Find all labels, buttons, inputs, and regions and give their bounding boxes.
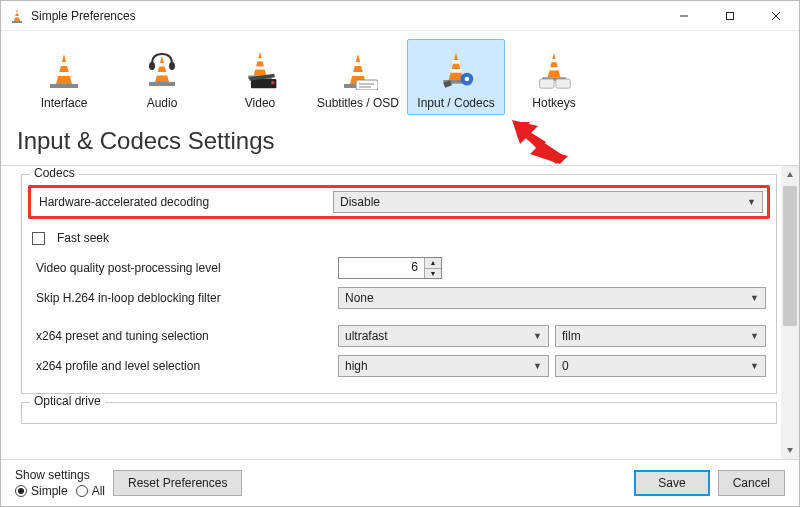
svg-point-24 [271,81,275,85]
svg-rect-3 [12,21,22,23]
x264-tune-value: film [562,329,750,343]
close-button[interactable] [753,1,799,30]
x264-profile-value: high [345,359,533,373]
postprocess-label: Video quality post-processing level [32,261,332,275]
x264-preset-label: x264 preset and tuning selection [32,329,332,343]
svg-rect-11 [50,84,78,88]
x264-preset-row: x264 preset and tuning selection ultrafa… [32,323,766,349]
svg-rect-20 [255,66,266,69]
category-input-codecs[interactable]: Input / Codecs [407,39,505,115]
radio-dot-icon [76,485,88,497]
skip-loop-select[interactable]: None ▼ [338,287,766,309]
cone-subtitles-icon [334,46,382,90]
svg-point-17 [169,62,175,70]
reset-preferences-label: Reset Preferences [128,476,227,490]
category-hotkeys[interactable]: Hotkeys [505,39,603,115]
svg-marker-18 [254,52,267,76]
svg-marker-0 [14,9,20,21]
fast-seek-checkbox[interactable] [32,232,45,245]
vertical-scrollbar[interactable] [781,166,799,459]
fast-seek-row: Fast seek [32,225,766,251]
svg-rect-13 [158,63,166,67]
x264-preset-value: ultrafast [345,329,533,343]
x264-level-value: 0 [562,359,750,373]
reset-preferences-button[interactable]: Reset Preferences [113,470,242,496]
svg-rect-33 [452,60,459,64]
hw-decoding-row: Hardware-accelerated decoding Disable ▼ [28,185,770,219]
settings-scroll-area: Codecs Hardware-accelerated decoding Dis… [1,165,799,460]
svg-rect-5 [727,12,734,19]
chevron-down-icon: ▼ [533,361,542,371]
window-buttons [661,1,799,30]
radio-dot-icon [15,485,27,497]
svg-rect-34 [451,69,462,73]
chevron-down-icon: ▼ [747,197,756,207]
footer: Show settings Simple All Reset Preferenc… [1,460,799,506]
hw-decoding-select[interactable]: Disable ▼ [333,191,763,213]
chevron-down-icon: ▼ [533,331,542,341]
skip-loop-label: Skip H.264 in-loop deblocking filter [32,291,332,305]
svg-rect-41 [549,67,560,70]
x264-preset-select[interactable]: ultrafast ▼ [338,325,549,347]
hw-decoding-value: Disable [340,195,747,209]
svg-rect-43 [539,79,554,88]
page-title: Input & Codecs Settings [1,127,799,165]
cancel-button[interactable]: Cancel [718,470,785,496]
category-label: Hotkeys [532,96,575,110]
svg-marker-48 [787,172,793,177]
optical-drive-groupbox: Optical drive [21,402,777,424]
fast-seek-label: Fast seek [57,231,109,245]
cone-hotkeys-icon [530,46,578,90]
postprocess-spinner[interactable]: 6 ▲▼ [338,257,442,279]
svg-marker-39 [548,53,561,78]
chevron-down-icon: ▼ [750,293,759,303]
save-label: Save [658,476,685,490]
x264-tune-select[interactable]: film ▼ [555,325,766,347]
radio-all-label: All [92,484,105,498]
cone-icon [40,46,88,90]
hw-decoding-label: Hardware-accelerated decoding [35,195,333,209]
group-title: Codecs [30,166,79,180]
category-interface[interactable]: Interface [15,39,113,115]
spin-up-icon[interactable]: ▲ [425,258,441,269]
svg-marker-8 [56,54,72,84]
cone-codecs-icon [432,46,480,90]
svg-rect-27 [352,72,364,76]
scroll-down-icon[interactable] [781,441,799,459]
cone-clapper-icon [236,46,284,90]
svg-rect-40 [550,59,557,62]
skip-loop-value: None [345,291,750,305]
x264-level-select[interactable]: 0 ▼ [555,355,766,377]
radio-simple[interactable]: Simple [15,484,68,498]
maximize-button[interactable] [707,1,753,30]
preferences-window: Simple Preferences Interface Audio Video [0,0,800,507]
svg-point-16 [149,62,155,70]
category-label: Interface [41,96,88,110]
cone-headphones-icon [138,46,186,90]
x264-profile-select[interactable]: high ▼ [338,355,549,377]
svg-marker-32 [449,53,464,80]
spin-down-icon[interactable]: ▼ [425,269,441,279]
svg-rect-14 [156,72,168,76]
minimize-button[interactable] [661,1,707,30]
radio-simple-label: Simple [31,484,68,498]
show-settings-label: Show settings [15,468,105,482]
postprocess-row: Video quality post-processing level 6 ▲▼ [32,255,766,281]
titlebar: Simple Preferences [1,1,799,31]
svg-rect-9 [60,62,68,66]
x264-profile-label: x264 profile and level selection [32,359,332,373]
svg-rect-29 [356,80,378,90]
category-video[interactable]: Video [211,39,309,115]
svg-marker-12 [155,56,169,82]
svg-rect-1 [16,12,19,14]
scrollbar-thumb[interactable] [783,186,797,326]
vlc-app-icon [9,8,25,24]
category-label: Video [245,96,275,110]
category-subtitles[interactable]: Subtitles / OSD [309,39,407,115]
chevron-down-icon: ▼ [750,361,759,371]
save-button[interactable]: Save [634,470,709,496]
scroll-up-icon[interactable] [781,166,799,184]
radio-all[interactable]: All [76,484,105,498]
skip-loop-row: Skip H.264 in-loop deblocking filter Non… [32,285,766,311]
category-audio[interactable]: Audio [113,39,211,115]
